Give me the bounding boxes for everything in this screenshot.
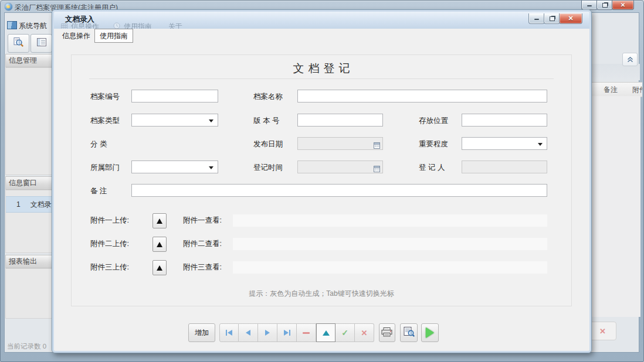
main-restore-button[interactable] [596,1,613,10]
section-label: 信息窗口 [9,178,37,188]
ghost-menu-guide[interactable]: 使用指南 [124,22,152,29]
archive-no-label: 档案编号 [90,92,120,102]
dialog-minimize-button[interactable] [528,13,545,24]
ribbon-remnant-band [591,64,640,80]
calendar-icon [374,141,380,151]
tab-user-guide[interactable]: 使用指南 [94,29,133,43]
publish-date-field[interactable] [297,137,383,150]
title-divider [89,78,554,79]
delete-record-icon [303,332,310,334]
play-icon [426,327,434,338]
sidebar-section-info-management[interactable]: 信息管理 [5,54,55,67]
cancel-icon: ✕ [361,329,368,337]
upload-arrow-icon [157,242,162,247]
ghost-menu-about[interactable]: 关于 [168,22,182,29]
section-label: 信息管理 [9,56,37,66]
search-icon [13,37,24,50]
collapse-ribbon-button[interactable] [622,53,638,66]
registrant-field[interactable] [462,160,547,173]
run-button[interactable] [421,323,439,342]
nav-delete-button[interactable] [297,323,316,342]
add-button-label: 增加 [195,328,209,338]
attachment3-path-field[interactable] [233,261,547,274]
register-time-label: 登记时间 [253,163,283,173]
form-title: 文档登记 [72,61,571,76]
sidebar-section-report-output[interactable]: 报表输出 [5,255,55,268]
print-button[interactable] [379,323,395,342]
remark-input[interactable] [131,184,547,197]
category-label: 分 类 [90,139,107,149]
storage-location-label: 存放位置 [419,116,448,126]
tab-label: 信息操作 [62,31,90,41]
tab-info-operation[interactable]: 信息操作 [58,29,94,43]
register-time-field[interactable] [297,160,383,173]
archive-no-input[interactable] [131,90,218,103]
ghost-menu-info-ops[interactable]: 信息操作 [71,22,99,29]
attachment3-upload-label: 附件三上传: [90,262,129,272]
list-item-label: 文档录入 [30,200,54,210]
department-combobox[interactable] [131,160,218,173]
next-record-icon [265,330,270,336]
column-header-label: 备注 [604,85,618,95]
record-count-status: 当前记录数 0 [7,342,46,351]
list-item-index: 1 [16,200,21,209]
add-button[interactable]: 增加 [188,323,215,342]
upload-arrow-icon [157,265,162,271]
grid-column-attachment[interactable]: 附件 [630,82,642,97]
record-navigator: ✓ ✕ [219,323,374,342]
grid-column-remark[interactable]: 备注 [591,82,631,97]
department-label: 所属部门 [90,163,120,173]
chevron-up-double-icon [627,54,633,65]
section-label: 报表输出 [9,257,37,267]
version-no-input[interactable] [297,114,383,127]
remark-label: 备 注 [90,186,107,196]
preview-button[interactable] [400,323,418,342]
nav-first-button[interactable] [219,323,239,342]
attachment2-view-label: 附件二查看: [183,239,222,249]
info-window-list-item[interactable]: 1 文档录入 [6,196,54,213]
attachment3-view-label: 附件三查看: [183,262,222,272]
storage-location-input[interactable] [462,114,547,127]
importance-combobox[interactable] [462,137,547,150]
main-minimize-button[interactable] [581,1,598,10]
edit-record-icon [323,330,330,336]
attachment3-upload-button[interactable] [152,260,167,275]
ghost-menu: 信息操作 使用指南 关于 [61,22,182,29]
sidebar-report-button[interactable] [30,34,52,53]
nav-prev-button[interactable] [239,323,258,342]
app-icon [5,3,12,11]
attachment2-upload-button[interactable] [152,237,167,252]
main-close-button[interactable]: ✕ [612,1,634,10]
confirm-icon: ✓ [341,329,348,337]
column-header-label: 附件 [632,85,642,95]
grid-body-empty [591,96,640,317]
nav-cancel-button[interactable]: ✕ [355,323,374,342]
grid-icon [61,23,67,29]
publish-date-label: 发布日期 [253,139,283,149]
dialog-close-button[interactable]: ✕ [559,13,582,24]
upload-arrow-icon [157,218,162,224]
importance-label: 重要程度 [419,139,448,149]
attachment1-upload-button[interactable] [152,213,167,228]
minimize-icon [534,19,539,20]
sidebar-search-button[interactable] [8,34,29,53]
first-record-icon [226,330,227,336]
nav-edit-button[interactable] [316,323,335,342]
attachment2-path-field[interactable] [233,238,547,250]
nav-next-button[interactable] [258,323,277,342]
attachment1-path-field[interactable] [233,214,547,227]
attachment1-upload-label: 附件一上传: [90,216,129,226]
dialog-maximize-button[interactable] [544,13,560,24]
chevron-down-icon [538,143,543,146]
tab-label: 使用指南 [100,31,128,41]
dialog-titlebar[interactable]: 文档录入 信息操作 使用指南 关于 ✕ [54,12,589,29]
document-registration-groupbox: 文档登记 档案编号 档案名称 档案类型 版 本 号 存放位置 分 类 发布日期 … [71,54,572,306]
cancel-icon: ✕ [599,327,606,335]
nav-post-button[interactable]: ✓ [335,323,355,342]
nav-last-button[interactable] [277,323,297,342]
preview-icon [404,327,415,339]
archive-name-input[interactable] [297,90,547,103]
document-entry-dialog: 文档录入 信息操作 使用指南 关于 ✕ 信息操作 使用指南 文档登记 档案编号 [52,9,592,353]
sidebar-section-info-window[interactable]: 信息窗口 [5,176,55,190]
archive-type-combobox[interactable] [131,114,218,127]
